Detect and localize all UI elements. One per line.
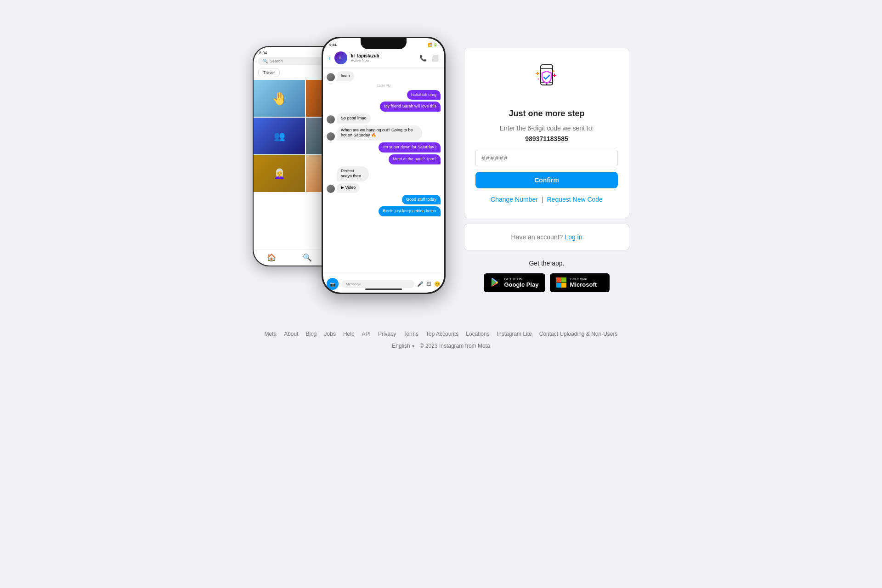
ig-grid-cell-3: 👥 — [254, 118, 305, 154]
messenger-signal-icons: 📶 🔋 — [428, 43, 438, 47]
footer-link-privacy[interactable]: Privacy — [378, 331, 396, 337]
chat-bubble-sent-1: hahahah omg — [407, 90, 441, 100]
messenger-time: 9:41 — [329, 43, 337, 47]
ig-travel-tag[interactable]: Travel — [258, 68, 280, 77]
footer-link-jobs[interactable]: Jobs — [324, 331, 336, 337]
chat-timestamp: 12:34 PM — [327, 84, 441, 87]
messenger-header: ‹ L lil_lapislazuli Active Now 📞 ⬜ — [323, 49, 444, 68]
microsoft-icon — [556, 277, 566, 288]
microsoft-badge[interactable]: Get it from Microsoft — [550, 273, 610, 292]
right-panel: Just one more step Enter the 6-digit cod… — [464, 48, 629, 292]
login-link[interactable]: Log in — [565, 233, 582, 241]
chat-avatar-small-4 — [327, 185, 335, 193]
footer: MetaAboutBlogJobsHelpAPIPrivacyTermsTop … — [0, 331, 882, 363]
change-number-link[interactable]: Change Number — [491, 196, 538, 203]
app-badges: GET IT ON Google Play Get it from Micros — [484, 273, 609, 292]
messenger-input-field[interactable]: Message... — [341, 280, 414, 288]
chat-message-row-4: Perfect seeya then ▶ Video — [327, 166, 441, 193]
ig-grid-cell-1 — [254, 80, 305, 117]
messenger-chat: lmao 12:34 PM hahahah omg My friend Sara… — [323, 68, 444, 275]
ig-search-placeholder: Search — [270, 59, 283, 63]
chat-bubble-sent-blue-2: Reels just keep getting better — [379, 206, 441, 216]
main-content: 8:04 📶 🔍 Search Travel 🤲 👥 🏛️ 👩‍🦳 — [0, 0, 882, 303]
ig-search-nav-icon[interactable]: 🔍 — [303, 253, 312, 262]
chat-bubble-received-4: Perfect seeya then — [337, 166, 369, 181]
chat-avatar-small-2 — [327, 115, 335, 124]
account-text: Have an account? — [511, 233, 563, 241]
account-card: Have an account? Log in — [464, 224, 629, 250]
messenger-sticker-icon[interactable]: 🖼 — [426, 281, 431, 287]
microsoft-text: Get it from Microsoft — [570, 277, 597, 288]
messenger-username: lil_lapislazuli — [351, 53, 416, 58]
footer-link-top-accounts[interactable]: Top Accounts — [426, 331, 458, 337]
verify-card: Just one more step Enter the 6-digit cod… — [464, 48, 629, 218]
google-play-icon — [490, 277, 500, 288]
svg-point-8 — [553, 70, 554, 72]
chat-bubble-received-1: lmao — [337, 71, 354, 81]
code-input[interactable] — [475, 150, 618, 166]
chat-message-row-1: lmao — [327, 71, 441, 81]
home-indicator — [365, 288, 402, 290]
chat-bubble-video: ▶ Video — [337, 183, 360, 193]
chat-avatar-small — [327, 73, 335, 81]
card-subtitle: Enter the 6-digit code we sent to: — [500, 124, 594, 133]
chat-message-row-3: When are we hanging out? Going to be hot… — [327, 125, 441, 141]
chevron-down-icon: ▾ — [412, 344, 414, 349]
card-phone-number: 989371183585 — [525, 135, 568, 142]
messenger-action-buttons: 📞 ⬜ — [419, 55, 439, 62]
links-row: Change Number | Request New Code — [491, 196, 603, 203]
request-new-code-link[interactable]: Request New Code — [547, 196, 602, 203]
confirm-button[interactable]: Confirm — [475, 172, 618, 188]
footer-language-selector[interactable]: English ▾ — [392, 343, 414, 349]
footer-link-help[interactable]: Help — [343, 331, 355, 337]
phone-front: 9:41 📶 🔋 ‹ L lil_lapislazuli Active Now … — [322, 37, 446, 294]
chat-avatar-small-3 — [327, 132, 335, 141]
chat-bubble-sent-2: My friend Sarah will love this — [380, 102, 441, 112]
get-app-label: Get the app. — [529, 260, 564, 267]
footer-links: MetaAboutBlogJobsHelpAPIPrivacyTermsTop … — [264, 331, 617, 337]
messenger-call-icon[interactable]: 📞 — [419, 55, 427, 62]
footer-link-meta[interactable]: Meta — [264, 331, 277, 337]
messenger-input-bar: 📷 Message... 🎤 🖼 😊 — [323, 275, 444, 293]
messenger-extra-actions: 🎤 🖼 😊 — [417, 281, 441, 287]
footer-copyright: © 2023 Instagram from Meta — [420, 343, 490, 349]
ig-status-time: 8:04 — [259, 51, 267, 55]
chat-bubble-sent-3: I'm super down for Saturday? — [379, 142, 441, 153]
messenger-back-button[interactable]: ‹ — [328, 54, 331, 62]
shield-icon — [531, 63, 563, 100]
phone-notch — [361, 38, 407, 49]
ig-grid-cell-5: 👩‍🦳 — [254, 155, 305, 192]
chat-message-row-2: So good lmao — [327, 113, 441, 124]
google-play-text: GET IT ON Google Play — [504, 277, 538, 288]
footer-link-terms[interactable]: Terms — [403, 331, 418, 337]
chat-bubble-received-2: So good lmao — [337, 113, 371, 124]
svg-point-9 — [538, 79, 539, 80]
footer-link-about[interactable]: About — [284, 331, 298, 337]
messenger-mic-icon[interactable]: 🎤 — [417, 281, 424, 287]
ig-search-icon: 🔍 — [263, 59, 268, 63]
messenger-user-info: lil_lapislazuli Active Now — [351, 53, 416, 62]
shield-icon-container — [531, 63, 563, 102]
phone-area: 8:04 📶 🔍 Search Travel 🤲 👥 🏛️ 👩‍🦳 — [253, 37, 446, 303]
messenger-camera-button[interactable]: 📷 — [327, 278, 339, 290]
messenger-user-status: Active Now — [351, 58, 416, 62]
get-app-section: Get the app. GET IT ON Google Play — [464, 260, 629, 292]
footer-link-locations[interactable]: Locations — [466, 331, 489, 337]
footer-language-label: English — [392, 343, 410, 349]
link-separator: | — [542, 196, 543, 203]
messenger-video-icon[interactable]: ⬜ — [431, 55, 439, 62]
footer-link-contact-uploading-&-non-users[interactable]: Contact Uploading & Non-Users — [539, 331, 618, 337]
footer-bottom: English ▾ © 2023 Instagram from Meta — [392, 343, 490, 349]
google-play-badge[interactable]: GET IT ON Google Play — [484, 273, 545, 292]
footer-link-instagram-lite[interactable]: Instagram Lite — [497, 331, 532, 337]
card-title: Just one more step — [509, 109, 584, 119]
ig-home-icon[interactable]: 🏠 — [267, 253, 276, 262]
footer-link-api[interactable]: API — [362, 331, 371, 337]
chat-bubble-sent-4: Meet at the park? 1pm? — [389, 154, 441, 164]
chat-bubble-sent-blue-1: Good stuff today — [402, 195, 441, 205]
footer-link-blog[interactable]: Blog — [306, 331, 317, 337]
messenger-avatar: L — [334, 51, 347, 64]
messenger-gif-icon[interactable]: 😊 — [434, 281, 441, 287]
chat-bubble-received-3: When are we hanging out? Going to be hot… — [337, 125, 422, 141]
